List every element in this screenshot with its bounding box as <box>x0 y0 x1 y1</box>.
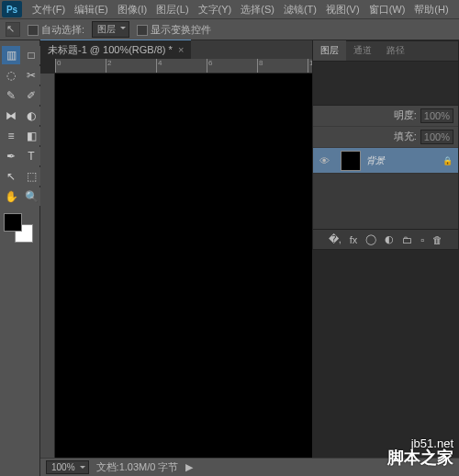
menu-bar: Ps 文件(F) 编辑(E) 图像(I) 图层(L) 文字(Y) 选择(S) 滤… <box>0 0 459 18</box>
ruler-vertical <box>40 74 55 458</box>
menu-image[interactable]: 图像(I) <box>113 3 151 17</box>
document-tab[interactable]: 未标题-1 @ 100%(RGB/8) *× <box>40 40 191 60</box>
brush-tool[interactable]: ✐ <box>22 86 40 105</box>
auto-select-dropdown[interactable]: 图层 <box>92 21 129 38</box>
options-bar: ↖ 自动选择: 图层 显示变换控件 <box>0 18 459 40</box>
path-tool[interactable]: ↖ <box>2 167 20 186</box>
auto-select-label: 自动选择: <box>41 24 84 35</box>
toolbox: ▥ □ ◌ ✂ ✎ ✐ ⧓ ◐ ≡ ◧ ✒ T ↖ ⬚ ✋ 🔍 <box>0 40 40 476</box>
type-tool[interactable]: T <box>22 147 40 165</box>
trash-icon[interactable]: 🗑 <box>432 234 442 245</box>
zoom-level[interactable]: 100% <box>46 460 89 474</box>
marquee-tool[interactable]: □ <box>22 46 40 64</box>
adjust-icon[interactable]: ◐ <box>385 233 394 245</box>
tab-paths[interactable]: 路径 <box>379 40 412 61</box>
status-arrow-icon[interactable]: ▶ <box>185 461 193 473</box>
menu-view[interactable]: 视图(V) <box>321 3 364 17</box>
gradient-tool[interactable]: ≡ <box>2 127 20 145</box>
layer-thumbnail[interactable] <box>341 151 361 171</box>
crop-tool[interactable]: ✂ <box>22 66 40 85</box>
eraser-tool[interactable]: ◐ <box>22 107 40 125</box>
menu-type[interactable]: 文字(Y) <box>194 3 237 17</box>
menu-select[interactable]: 选择(S) <box>236 3 279 17</box>
shape-tool[interactable]: ⬚ <box>22 167 40 186</box>
new-layer-icon[interactable]: ▫ <box>420 234 424 245</box>
pen-tool[interactable]: ✒ <box>2 147 20 165</box>
close-icon[interactable]: × <box>178 44 184 55</box>
lasso-tool[interactable]: ◌ <box>2 66 20 85</box>
move-tool-icon[interactable]: ↖ <box>6 22 20 37</box>
opacity-label: 明度: <box>394 108 417 123</box>
stamp-tool[interactable]: ⧓ <box>2 107 20 125</box>
menu-filter[interactable]: 滤镜(T) <box>279 3 321 17</box>
eyedropper-tool[interactable]: ✎ <box>2 86 20 105</box>
layers-empty <box>313 174 458 229</box>
app-logo: Ps <box>2 1 22 17</box>
folder-icon[interactable]: 🗀 <box>402 234 412 245</box>
color-swatch[interactable] <box>4 213 33 243</box>
layer-row[interactable]: 👁 背景 🔒 <box>313 148 458 174</box>
auto-select-checkbox[interactable] <box>28 25 39 36</box>
canvas[interactable] <box>55 74 312 458</box>
dodge-tool[interactable]: ◧ <box>22 127 40 145</box>
zoom-tool[interactable]: 🔍 <box>22 187 40 206</box>
panel-tabs: 图层 通道 路径 <box>313 41 458 62</box>
transform-label: 显示变换控件 <box>151 24 211 35</box>
tab-channels[interactable]: 通道 <box>346 40 379 61</box>
menu-help[interactable]: 帮助(H) <box>409 3 453 17</box>
lock-icon: 🔒 <box>442 156 453 165</box>
fx-icon[interactable]: fx <box>350 234 358 245</box>
watermark-site: 脚本之家 <box>387 447 453 469</box>
menu-layer[interactable]: 图层(L) <box>151 3 193 17</box>
opacity-value[interactable]: 100% <box>420 108 453 123</box>
mask-icon[interactable]: ◯ <box>365 233 376 245</box>
doc-size: 文档:1.03M/0 字节 <box>96 460 179 474</box>
tab-layers[interactable]: 图层 <box>313 40 346 61</box>
fg-color[interactable] <box>4 213 22 232</box>
transform-checkbox[interactable] <box>137 25 148 36</box>
fill-value[interactable]: 100% <box>420 130 453 144</box>
panel-footer: �, fx ◯ ◐ 🗀 ▫ 🗑 <box>313 229 458 249</box>
visibility-icon[interactable]: 👁 <box>313 155 335 166</box>
layer-name[interactable]: 背景 <box>366 154 442 167</box>
menu-edit[interactable]: 编辑(E) <box>70 3 113 17</box>
move-tool[interactable]: ▥ <box>2 46 20 64</box>
panel-filter-row <box>313 62 458 106</box>
link-icon[interactable]: �, <box>329 233 341 245</box>
menu-file[interactable]: 文件(F) <box>28 3 70 17</box>
layers-panel: 图层 通道 路径 明度: 100% 填充: 100% 👁 背景 🔒 �, fx … <box>312 40 459 250</box>
fill-label: 填充: <box>394 130 417 144</box>
menu-window[interactable]: 窗口(W) <box>364 3 410 17</box>
hand-tool[interactable]: ✋ <box>2 187 20 206</box>
